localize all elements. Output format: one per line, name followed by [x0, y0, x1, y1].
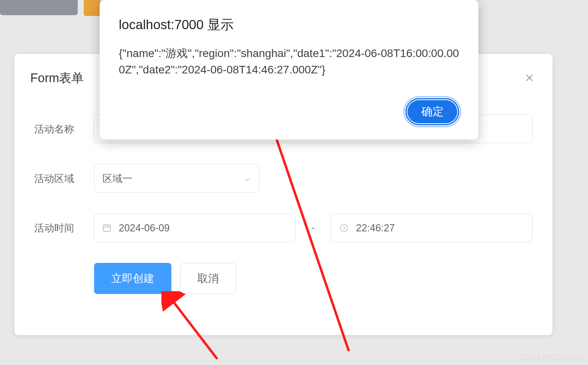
label-time: 活动时间: [34, 221, 90, 235]
time-value: 22:46:27: [356, 222, 395, 234]
alert-actions: 确定: [119, 98, 459, 125]
row-time: 活动时间 2024-06-09 - 22:46:27: [34, 213, 533, 242]
label-region: 活动区域: [34, 172, 90, 185]
label-name: 活动名称: [34, 122, 90, 136]
background-gray-button: [0, 0, 78, 15]
form-actions: 立即创建 取消: [94, 263, 533, 294]
region-value: 区域一: [102, 172, 132, 185]
background-orange-button: [84, 0, 100, 16]
clock-icon: [339, 223, 349, 233]
time-input[interactable]: 22:46:27: [331, 213, 533, 242]
time-separator: -: [295, 223, 331, 233]
watermark: CSDN @CCH2024: [519, 353, 582, 362]
row-region: 活动区域 区域一: [34, 164, 533, 193]
close-icon[interactable]: [525, 73, 534, 83]
calendar-icon: [102, 223, 112, 233]
svg-rect-2: [103, 225, 110, 231]
alert-dialog: localhost:7000 显示 {"name":"游戏","region":…: [100, 0, 478, 140]
submit-button[interactable]: 立即创建: [94, 263, 171, 294]
chevron-down-icon: [243, 174, 251, 182]
alert-title: localhost:7000 显示: [119, 16, 459, 34]
alert-body: {"name":"游戏","region":"shanghai","date1"…: [119, 45, 459, 78]
date-value: 2024-06-09: [119, 222, 170, 234]
cancel-button[interactable]: 取消: [180, 263, 236, 294]
date-input[interactable]: 2024-06-09: [94, 213, 295, 242]
region-select[interactable]: 区域一: [94, 164, 260, 193]
alert-ok-button[interactable]: 确定: [405, 98, 459, 125]
